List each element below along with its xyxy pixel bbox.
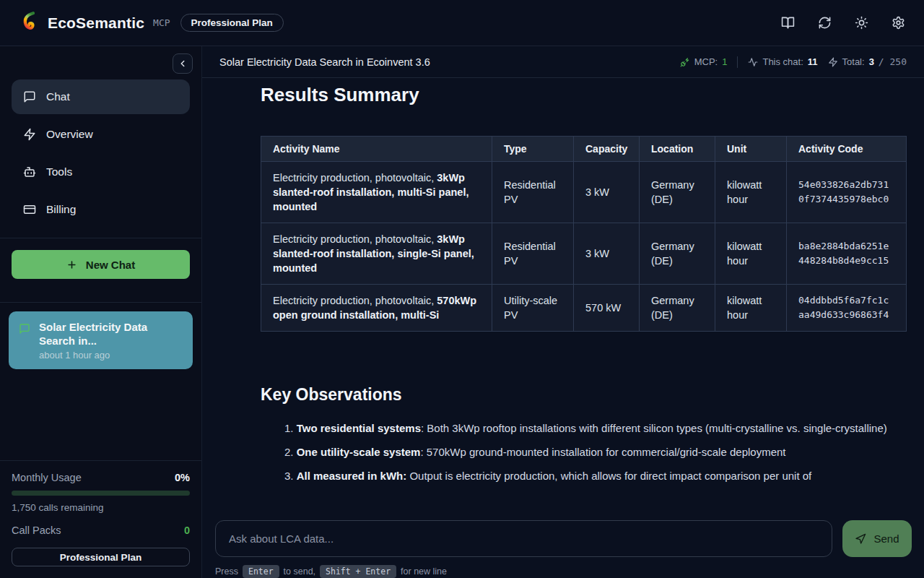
- theme-toggle-button[interactable]: [855, 16, 868, 30]
- total-count-label: Total:: [842, 56, 865, 67]
- usage-panel: Monthly Usage 0% 1,750 calls remaining C…: [0, 460, 201, 578]
- usage-progressbar: [12, 491, 190, 496]
- zap-icon: [23, 128, 36, 141]
- observations-heading: Key Observations: [261, 385, 906, 405]
- cell-activity-name: Electricity production, photovoltaic, 57…: [261, 285, 492, 332]
- cell-capacity: 3 kW: [574, 223, 640, 285]
- send-icon: [855, 533, 866, 545]
- sidebar-item-tools[interactable]: Tools: [12, 155, 190, 189]
- sidebar-item-billing[interactable]: Billing: [12, 192, 190, 227]
- cell-capacity: 3 kW: [574, 162, 640, 223]
- kbd-enter: Enter: [243, 565, 279, 578]
- column-header: Capacity: [574, 137, 640, 162]
- chat-input[interactable]: [215, 520, 832, 557]
- logo-icon: [19, 10, 40, 36]
- credit-card-icon: [23, 203, 36, 216]
- sidebar-item-chat[interactable]: Chat: [12, 79, 190, 114]
- message-square-icon: [23, 90, 36, 103]
- sidebar-item-label: Overview: [46, 128, 93, 141]
- observation-item: 3. All measured in kWh: Output is electr…: [284, 467, 906, 485]
- cell-location: Germany (DE): [640, 162, 715, 223]
- table-body: Electricity production, photovoltaic, 3k…: [261, 162, 907, 332]
- hint-mid: to send,: [284, 566, 315, 577]
- cell-capacity: 570 kW: [574, 285, 640, 332]
- cell-unit: kilowatt hour: [715, 285, 787, 332]
- total-count: Total: 3 / 250: [828, 56, 907, 67]
- call-packs-value: 0: [184, 525, 190, 536]
- settings-button[interactable]: [892, 16, 905, 30]
- divider: [737, 56, 738, 68]
- zap-icon: [828, 57, 838, 67]
- gear-icon: [892, 16, 905, 30]
- sidebar-nav: ChatOverviewToolsBilling: [0, 78, 201, 227]
- activity-icon: [748, 57, 758, 67]
- monthly-usage-percent: 0%: [175, 472, 190, 483]
- topbar: EcoSemantic MCP Professional Plan: [0, 0, 924, 46]
- results-table: Activity NameTypeCapacityLocationUnitAct…: [261, 136, 907, 332]
- mcp-tag: MCP: [153, 17, 170, 28]
- sidebar-collapse-button[interactable]: [173, 53, 193, 74]
- cell-type: Residential PV: [492, 162, 574, 223]
- sidebar-item-overview[interactable]: Overview: [12, 117, 190, 152]
- chat-history: Solar Electricity Data Search in...about…: [0, 302, 201, 378]
- plan-button[interactable]: Professional Plan: [12, 548, 190, 566]
- monthly-usage-label: Monthly Usage: [12, 472, 82, 483]
- plus-icon: [66, 259, 77, 270]
- kbd-shift-enter: Shift + Enter: [320, 565, 396, 578]
- brand: EcoSemantic MCP: [19, 10, 170, 36]
- table-row: Electricity production, photovoltaic, 3k…: [261, 162, 907, 223]
- call-packs-label: Call Packs: [12, 525, 61, 536]
- chat-count: This chat: 11: [748, 56, 817, 67]
- cell-activity-code: ba8e2884bda6251e448284b8d4e9cc15: [787, 223, 907, 285]
- send-label: Send: [873, 532, 899, 545]
- cell-type: Utility-scale PV: [492, 285, 574, 332]
- refresh-button[interactable]: [818, 16, 832, 30]
- sidebar-item-label: Billing: [46, 203, 76, 216]
- app-title: EcoSemantic: [48, 14, 144, 32]
- cell-type: Residential PV: [492, 223, 574, 285]
- cell-unit: kilowatt hour: [715, 162, 787, 223]
- plan-badge: Professional Plan: [180, 14, 284, 32]
- total-count-max: / 250: [879, 56, 907, 67]
- message-square-icon: [19, 323, 30, 335]
- hint-end: for new line: [401, 566, 447, 577]
- chat-history-item[interactable]: Solar Electricity Data Search in...about…: [9, 311, 193, 369]
- plug-icon: [680, 57, 690, 67]
- chat-header: Solar Electricity Data Search in Ecoinve…: [202, 46, 924, 78]
- new-chat-label: New Chat: [86, 259, 135, 271]
- new-chat-button[interactable]: New Chat: [12, 250, 190, 279]
- results-heading: Results Summary: [261, 84, 906, 106]
- cell-activity-name: Electricity production, photovoltaic, 3k…: [261, 162, 492, 223]
- column-header: Activity Code: [787, 137, 907, 162]
- refresh-icon: [818, 16, 832, 30]
- cell-unit: kilowatt hour: [715, 223, 787, 285]
- main-area: Solar Electricity Data Search in Ecoinve…: [202, 46, 924, 578]
- robot-icon: [23, 165, 36, 178]
- chat-title: Solar Electricity Data Search in Ecoinve…: [219, 56, 430, 68]
- book-open-icon: [781, 16, 795, 30]
- sun-icon: [855, 16, 868, 30]
- docs-button[interactable]: [781, 16, 795, 30]
- chat-stats: MCP: 1 This chat: 11 Total: 3 / 250: [680, 56, 907, 68]
- table-row: Electricity production, photovoltaic, 57…: [261, 285, 907, 332]
- column-header: Unit: [715, 137, 787, 162]
- observations-list: 1. Two residential systems: Both 3kWp ro…: [261, 420, 906, 485]
- composer: Send Press Enter to send, Shift + Enter …: [202, 511, 924, 578]
- history-title: Solar Electricity Data Search in...: [39, 320, 183, 348]
- column-header: Type: [492, 137, 574, 162]
- sidebar-item-label: Chat: [46, 90, 70, 103]
- send-button[interactable]: Send: [842, 520, 912, 557]
- cell-activity-name: Electricity production, photovoltaic, 3k…: [261, 223, 492, 285]
- cell-location: Germany (DE): [640, 285, 715, 332]
- chat-content[interactable]: Results Summary Activity NameTypeCapacit…: [202, 78, 924, 511]
- composer-hint: Press Enter to send, Shift + Enter for n…: [215, 565, 912, 578]
- cell-location: Germany (DE): [640, 223, 715, 285]
- mcp-value: 1: [722, 56, 727, 67]
- hint-press: Press: [215, 566, 238, 577]
- column-header: Location: [640, 137, 715, 162]
- sidebar-item-label: Tools: [46, 165, 72, 178]
- sidebar: ChatOverviewToolsBilling New Chat Solar …: [0, 46, 202, 578]
- mcp-status: MCP: 1: [680, 56, 728, 67]
- total-count-value: 3: [869, 56, 874, 67]
- mcp-label: MCP:: [694, 56, 718, 67]
